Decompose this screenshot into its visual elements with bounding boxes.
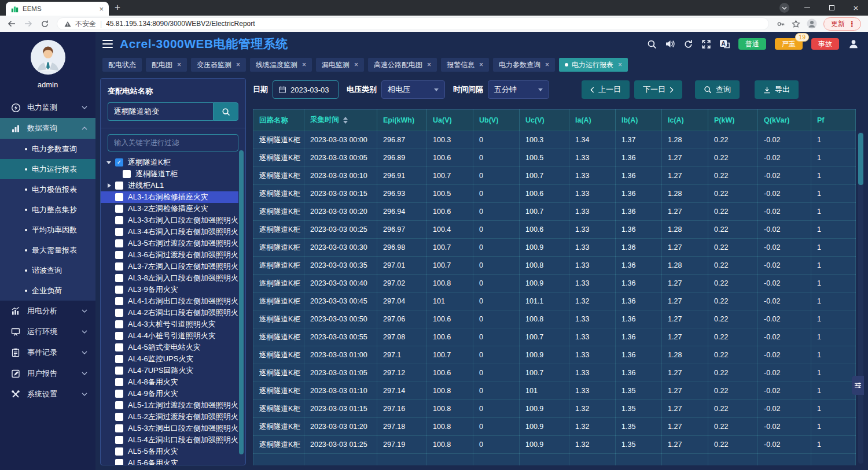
tree-checkbox[interactable] — [115, 262, 123, 271]
sidebar-subitem[interactable]: 电力整点集抄 — [0, 199, 95, 220]
tree-item[interactable]: AL3-3右洞入口段左侧加强照明火灾 — [101, 214, 238, 226]
tree-checkbox[interactable] — [115, 459, 123, 465]
tree-checkbox[interactable] — [115, 228, 123, 236]
collapse-arrow-icon[interactable] — [106, 183, 115, 188]
alarm-button[interactable]: 普通 — [738, 38, 766, 50]
tree-checkbox[interactable] — [115, 424, 123, 432]
tree-checkbox[interactable] — [115, 193, 123, 201]
sort-icon[interactable] — [343, 114, 348, 126]
tree-checkbox[interactable] — [115, 309, 123, 317]
tree-filter-input[interactable] — [108, 134, 238, 151]
tree-item[interactable]: AL3-1右洞检修插座火灾 — [101, 191, 238, 203]
table-scrollbar[interactable] — [858, 132, 863, 464]
tree-item[interactable]: AL3-7左洞入口段左侧加强照明火灾 — [101, 261, 238, 272]
tree-item[interactable]: AL4-5箱式变电站火灾 — [101, 342, 238, 353]
app-tab[interactable]: 高速公路配电图× — [368, 58, 437, 72]
alarm-button[interactable]: 严重19 — [775, 38, 803, 50]
previous-day-button[interactable]: 上一日 — [582, 80, 630, 99]
browser-tab-close-icon[interactable]: × — [99, 5, 104, 13]
column-header[interactable]: 采集时间 — [304, 110, 377, 131]
tree-checkbox[interactable] — [115, 367, 123, 375]
refresh-icon[interactable] — [683, 39, 693, 49]
tree-checkbox[interactable] — [115, 182, 123, 190]
tree-checkbox[interactable] — [115, 251, 123, 259]
tree-checkbox[interactable] — [115, 343, 123, 351]
sidebar-item[interactable]: 电力监测 — [0, 97, 95, 118]
password-key-icon[interactable] — [777, 20, 785, 28]
search-icon[interactable] — [647, 39, 657, 49]
app-tab[interactable]: 线缆温度监测× — [250, 58, 312, 72]
tree-item[interactable]: AL5-4左洞出口段右侧加强照明火灾 — [101, 434, 238, 446]
tree-item[interactable]: AL4-2右洞出口段右侧加强照明火灾 — [101, 307, 238, 319]
sidebar-subitem[interactable]: 电力运行报表 — [0, 159, 95, 179]
tree-item[interactable]: AL5-5备用火灾 — [101, 446, 238, 457]
maximize-button[interactable] — [819, 0, 844, 16]
tree-item[interactable]: AL3-9备用火灾 — [101, 284, 238, 295]
tree-item[interactable]: AL3-5右洞过渡段左侧加强照明火灾 — [101, 238, 238, 249]
tree-item[interactable]: AL3-8左洞入口段右侧加强照明火灾 — [101, 272, 238, 284]
tab-search-icon[interactable] — [779, 3, 789, 13]
minimize-button[interactable] — [795, 0, 819, 16]
expand-arrow-icon[interactable] — [106, 159, 115, 166]
tree-item[interactable]: AL5-2左洞过渡段右侧加强照明火灾 — [101, 411, 238, 423]
browser-menu-icon[interactable]: ⋮ — [848, 20, 856, 28]
chrome-update-button[interactable]: 更新 ⋮ — [823, 17, 861, 31]
app-tab[interactable]: 变压器监测× — [191, 58, 246, 72]
sidebar-item[interactable]: 运行环境 — [0, 321, 95, 342]
tree-item[interactable]: AL4-4小桩号引道照明火灾 — [101, 330, 238, 342]
next-day-button[interactable]: 下一日 — [634, 80, 682, 99]
export-button[interactable]: 导出 — [755, 80, 799, 99]
tree-item[interactable]: AL3-2左洞检修插座火灾 — [101, 203, 238, 214]
tab-close-icon[interactable]: × — [236, 61, 240, 69]
column-settings-handle[interactable] — [852, 376, 864, 395]
sidebar-subitem[interactable]: 最大需量报表 — [0, 240, 95, 260]
fullscreen-icon[interactable] — [701, 39, 711, 49]
app-tab[interactable]: 配电图× — [146, 58, 187, 72]
sidebar-item[interactable]: 用电分析 — [0, 301, 95, 321]
tree-scrollbar[interactable] — [239, 146, 244, 460]
app-tab[interactable]: 电力参数查询× — [493, 58, 555, 72]
tree-item[interactable]: ✓逐桐隧道K柜 — [101, 157, 238, 168]
station-search-input[interactable] — [108, 102, 213, 121]
tree-checkbox[interactable] — [123, 170, 131, 178]
sidebar-item[interactable]: 系统设置 — [0, 384, 95, 405]
tree-checkbox[interactable] — [115, 320, 123, 328]
table-scrollbar-thumb[interactable] — [858, 133, 863, 185]
tree-item[interactable]: 逐桐隧道T柜 — [101, 168, 238, 180]
tree-checkbox[interactable] — [115, 413, 123, 421]
voltage-type-select[interactable]: 相电压 — [381, 80, 445, 99]
browser-tab[interactable]: EEMS × — [6, 2, 109, 16]
reload-icon[interactable] — [41, 20, 49, 28]
url-bar[interactable]: 不安全 | 45.81.195.134:8090/3000WEBV2/Elect… — [57, 17, 769, 30]
sidebar-subitem[interactable]: 电力参数查询 — [0, 139, 95, 159]
app-tab[interactable]: 报警信息× — [441, 58, 489, 72]
tree-checkbox[interactable] — [115, 332, 123, 340]
hamburger-menu-icon[interactable] — [102, 40, 113, 48]
tree-item[interactable]: AL5-3左洞出口段左侧加强照明火灾 — [101, 423, 238, 434]
tree-checkbox[interactable] — [115, 274, 123, 282]
tree-checkbox[interactable] — [115, 355, 123, 363]
tree-checkbox[interactable] — [115, 216, 123, 224]
sidebar-subitem[interactable]: 企业负荷 — [0, 280, 95, 301]
tree-checkbox[interactable] — [115, 390, 123, 398]
station-search-button[interactable] — [213, 102, 238, 121]
interval-select[interactable]: 五分钟 — [488, 80, 549, 99]
tree-checkbox[interactable]: ✓ — [115, 158, 123, 166]
tree-item[interactable]: AL5-1左洞过渡段左侧加强照明火灾 — [101, 399, 238, 411]
tree-item[interactable]: AL4-8备用火灾 — [101, 376, 238, 388]
back-icon[interactable] — [7, 19, 16, 28]
tree-item[interactable]: AL3-6右洞过渡段右侧加强照明火灾 — [101, 249, 238, 261]
tab-close-icon[interactable]: × — [427, 61, 431, 69]
app-tab[interactable]: 电力运行报表× — [559, 58, 628, 72]
app-tab[interactable]: 漏电监测× — [316, 58, 364, 72]
tree-checkbox[interactable] — [115, 447, 123, 456]
forward-icon[interactable] — [24, 19, 33, 28]
sidebar-item[interactable]: 用户报告 — [0, 363, 95, 384]
tab-close-icon[interactable]: × — [618, 61, 622, 69]
volume-icon[interactable] — [665, 39, 675, 49]
query-button[interactable]: 查询 — [695, 80, 740, 99]
sidebar-item[interactable]: 数据查询 — [0, 118, 95, 139]
bookmark-star-icon[interactable] — [792, 20, 800, 28]
tree-item[interactable]: AL4-1右洞出口段左侧加强照明火灾 — [101, 295, 238, 307]
tree-checkbox[interactable] — [115, 378, 123, 386]
